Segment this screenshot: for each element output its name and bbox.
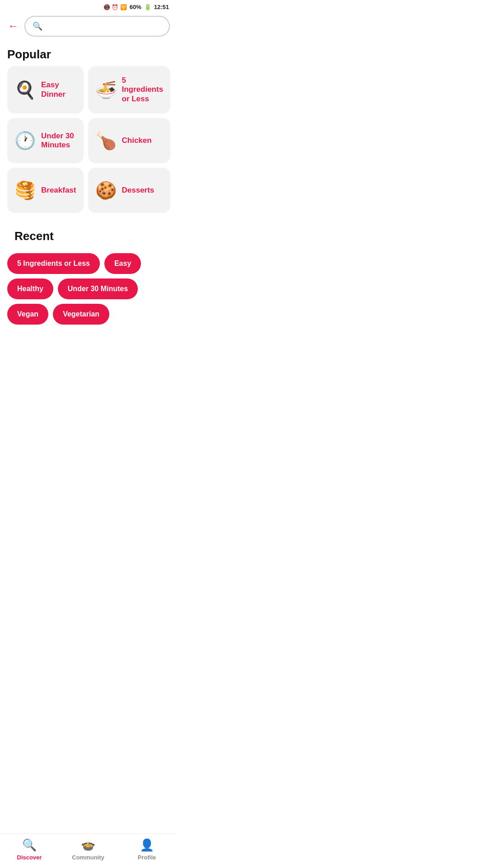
popular-grid: 🍳 Easy Dinner 🍜 5 Ingredients or Less 🕐 …: [0, 66, 176, 220]
recent-section-title: Recent: [7, 224, 169, 248]
category-label-breakfast: Breakfast: [41, 186, 76, 195]
recent-tag-tag-under-30[interactable]: Under 30 Minutes: [58, 278, 138, 299]
category-emoji-five-ingredients: 🍜: [95, 80, 117, 100]
recent-section: Recent 5 Ingredients or LessEasyHealthyU…: [0, 220, 176, 332]
category-card-breakfast[interactable]: 🥞 Breakfast: [7, 168, 84, 213]
category-emoji-chicken: 🍗: [95, 131, 117, 151]
recent-tag-tag-easy[interactable]: Easy: [104, 253, 141, 274]
search-bar-container: 🔍: [24, 16, 170, 37]
category-emoji-breakfast: 🥞: [14, 180, 36, 200]
search-icon: 🔍: [33, 21, 42, 31]
category-card-five-ingredients[interactable]: 🍜 5 Ingredients or Less: [88, 66, 171, 113]
category-emoji-easy-dinner: 🍳: [14, 80, 36, 100]
recent-tag-tag-vegan[interactable]: Vegan: [7, 304, 48, 325]
popular-section-title: Popular: [0, 42, 176, 66]
category-label-chicken: Chicken: [122, 136, 152, 145]
header: ← 🔍: [0, 12, 176, 42]
recent-tags: 5 Ingredients or LessEasyHealthyUnder 30…: [7, 253, 169, 325]
category-label-under-30: Under 30 Minutes: [41, 132, 76, 150]
popular-section: Popular 🍳 Easy Dinner 🍜 5 Ingredients or…: [0, 42, 176, 220]
category-card-desserts[interactable]: 🍪 Desserts: [88, 168, 171, 213]
category-emoji-desserts: 🍪: [95, 180, 117, 200]
recent-tag-tag-five-ingredients[interactable]: 5 Ingredients or Less: [7, 253, 100, 274]
recent-tag-tag-healthy[interactable]: Healthy: [7, 278, 53, 299]
category-label-easy-dinner: Easy Dinner: [41, 80, 76, 99]
category-emoji-under-30: 🕐: [14, 131, 36, 151]
status-icons: 📵 ⏰ 🛜: [103, 4, 127, 10]
category-card-easy-dinner[interactable]: 🍳 Easy Dinner: [7, 66, 84, 113]
battery-level: 60%: [130, 4, 141, 10]
status-bar: 📵 ⏰ 🛜 60% 🔋 12:51: [0, 0, 176, 12]
category-card-under-30[interactable]: 🕐 Under 30 Minutes: [7, 118, 84, 163]
back-button[interactable]: ←: [6, 19, 20, 34]
clock: 12:51: [154, 4, 169, 10]
category-card-chicken[interactable]: 🍗 Chicken: [88, 118, 171, 163]
recent-tag-tag-vegetarian[interactable]: Vegetarian: [53, 304, 109, 325]
category-label-desserts: Desserts: [122, 186, 155, 195]
category-label-five-ingredients: 5 Ingredients or Less: [122, 76, 164, 104]
search-input[interactable]: [47, 22, 162, 30]
